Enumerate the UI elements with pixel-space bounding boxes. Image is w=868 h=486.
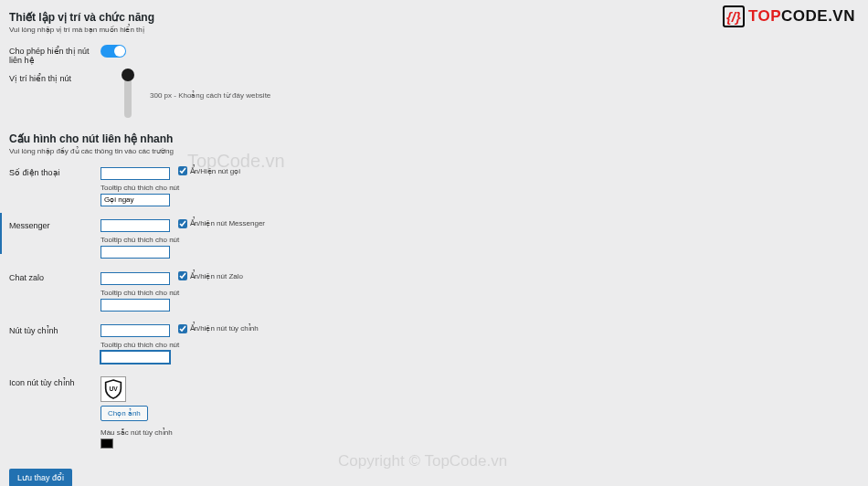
zalo-input[interactable] (101, 272, 170, 285)
section2-title: Cấu hình cho nút liên hệ nhanh (9, 132, 853, 145)
zalo-tooltip-label: Tooltip chú thích cho nút (101, 289, 265, 297)
messenger-tooltip-label: Tooltip chú thích cho nút (101, 236, 265, 244)
position-slider[interactable] (124, 72, 132, 118)
phone-tooltip-label: Tooltip chú thích cho nút (101, 184, 265, 192)
shield-uv-icon: UV (104, 379, 122, 399)
custom-color-swatch[interactable] (101, 438, 113, 449)
zalo-tooltip-input[interactable] (101, 299, 170, 312)
messenger-label: Messenger (9, 217, 101, 270)
phone-tooltip-input[interactable] (101, 194, 170, 206)
section1-table: Cho phép hiển thị nút liên hệ Vị trí hiể… (9, 43, 270, 129)
zalo-label: Chat zalo (9, 269, 101, 322)
section2-subtitle: Vui lòng nhập đầy đủ các thông tin vào c… (9, 147, 853, 155)
custom-input[interactable] (101, 324, 170, 337)
custom-visible-checkbox-label: Ẩn/hiện nút tùy chỉnh (190, 324, 259, 333)
watermark-top: TopCode.vn (187, 151, 285, 172)
watermark-bottom: Copyright © TopCode.vn (338, 452, 507, 470)
messenger-visible-checkbox[interactable] (178, 219, 187, 228)
position-slider-value: 300 px - Khoảng cách từ đáy website (150, 91, 270, 100)
custom-visible-checkbox[interactable] (178, 324, 187, 333)
messenger-input[interactable] (101, 219, 170, 232)
position-label: Vị trí hiển thị nút (9, 70, 101, 129)
phone-label: Số điện thoại (9, 164, 101, 217)
save-button[interactable]: Lưu thay đổi (9, 469, 72, 486)
brand-logo: {/} TOPCODE.VN (723, 5, 855, 27)
show-contact-toggle[interactable] (101, 45, 126, 58)
icon-label: Icon nút tùy chỉnh (9, 375, 101, 461)
custom-tooltip-input[interactable] (101, 351, 170, 364)
phone-visible-checkbox[interactable] (178, 166, 187, 175)
messenger-tooltip-input[interactable] (101, 246, 170, 259)
position-slider-knob[interactable] (122, 69, 134, 81)
zalo-visible-checkbox[interactable] (178, 271, 187, 280)
toggle-label: Cho phép hiển thị nút liên hệ (9, 43, 101, 70)
svg-text:UV: UV (109, 386, 118, 392)
custom-label: Nút tùy chỉnh (9, 322, 101, 375)
custom-tooltip-label: Tooltip chú thích cho nút (101, 341, 265, 349)
admin-menu-indicator (0, 213, 2, 254)
messenger-visible-checkbox-label: Ẩn/hiện nút Messenger (190, 219, 266, 227)
custom-icon-preview: UV (101, 376, 126, 402)
section2-table: Số điện thoại Ẩn/Hiện nút gọi Tooltip ch… (9, 164, 265, 461)
brand-braces-icon: {/} (723, 5, 745, 27)
zalo-visible-checkbox-label: Ẩn/hiện nút Zalo (190, 272, 243, 280)
custom-color-label: Màu sắc nút tùy chỉnh (101, 428, 265, 437)
choose-image-button[interactable]: Chọn ảnh (101, 406, 148, 421)
phone-input[interactable] (101, 167, 170, 180)
